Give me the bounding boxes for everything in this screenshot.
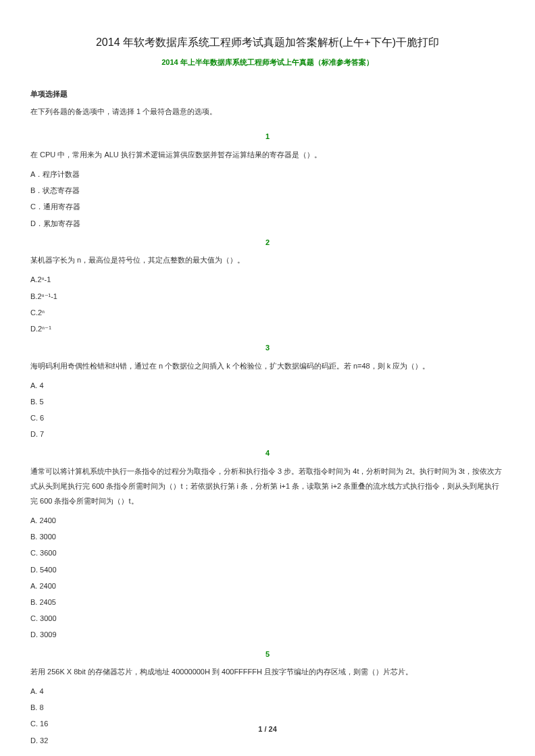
question-text: 某机器字长为 n，最高位是符号位，其定点整数的最大值为（）。 <box>30 252 505 267</box>
question-option: D．累加寄存器 <box>30 215 505 232</box>
question-option: D. 3009 <box>30 626 505 643</box>
question-number: 1 <box>30 131 505 143</box>
section-header: 单项选择题 <box>30 88 505 101</box>
question-number: 3 <box>30 342 505 354</box>
question-option: C．通用寄存器 <box>30 198 505 215</box>
question-option: A.2ⁿ-1 <box>30 271 505 288</box>
question-number: 4 <box>30 448 505 460</box>
question-option: A. 2400 <box>30 578 505 594</box>
question-text: 若用 256K X 8bit 的存储器芯片，构成地址 40000000H 到 4… <box>30 664 505 679</box>
question-option: C. 3600 <box>30 545 505 561</box>
question-text: 通常可以将计算机系统中执行一条指令的过程分为取指令，分析和执行指令 3 步。若取… <box>30 464 505 508</box>
question-option: D.2ⁿ⁻¹ <box>30 321 505 337</box>
page-total: 24 <box>269 725 277 733</box>
questions-container: 1在 CPU 中，常用来为 ALU 执行算术逻辑运算供应数据并暂存运算结果的寄存… <box>30 131 505 748</box>
question-block: 1在 CPU 中，常用来为 ALU 执行算术逻辑运算供应数据并暂存运算结果的寄存… <box>30 131 505 231</box>
question-number: 2 <box>30 237 505 249</box>
question-option: D. 5400 <box>30 562 505 578</box>
page-title: 2014 年软考数据库系统工程师考试真题加答案解析(上午+下午)干脆打印 <box>30 34 505 51</box>
question-option: B.2ⁿ⁻¹-1 <box>30 288 505 304</box>
question-option: B．状态寄存器 <box>30 182 505 198</box>
question-option: A. 4 <box>30 683 505 699</box>
question-text: 海明码利用奇偶性检错和纠错，通过在 n 个数据位之间插入 k 个检验位，扩大数据… <box>30 358 505 373</box>
question-block: 2某机器字长为 n，最高位是符号位，其定点整数的最大值为（）。A.2ⁿ-1B.2… <box>30 237 505 337</box>
question-option: C.2ⁿ <box>30 304 505 321</box>
question-option: B. 5 <box>30 394 505 410</box>
page-footer: 1 / 24 <box>0 724 535 736</box>
question-option: A. 2400 <box>30 512 505 529</box>
question-option: B. 8 <box>30 699 505 716</box>
page-current: 1 <box>258 725 262 733</box>
question-block: 3海明码利用奇偶性检错和纠错，通过在 n 个数据位之间插入 k 个检验位，扩大数… <box>30 342 505 442</box>
question-block: 4通常可以将计算机系统中执行一条指令的过程分为取指令，分析和执行指令 3 步。若… <box>30 448 505 643</box>
page-subtitle: 2014 年上半年数据库系统工程师考试上午真题（标准参考答案） <box>30 57 505 69</box>
question-text: 在 CPU 中，常用来为 ALU 执行算术逻辑运算供应数据并暂存运算结果的寄存器… <box>30 147 505 162</box>
question-option: B. 2405 <box>30 594 505 610</box>
question-option: D. 7 <box>30 426 505 442</box>
question-option: C. 3000 <box>30 610 505 626</box>
instruction: 在下列各题的备选项中，请选择 1 个最符合题意的选项。 <box>30 106 505 118</box>
question-option: A．程序计数器 <box>30 166 505 182</box>
question-option: B. 3000 <box>30 529 505 545</box>
question-number: 5 <box>30 649 505 661</box>
question-option: C. 6 <box>30 410 505 426</box>
question-option: A. 4 <box>30 377 505 394</box>
